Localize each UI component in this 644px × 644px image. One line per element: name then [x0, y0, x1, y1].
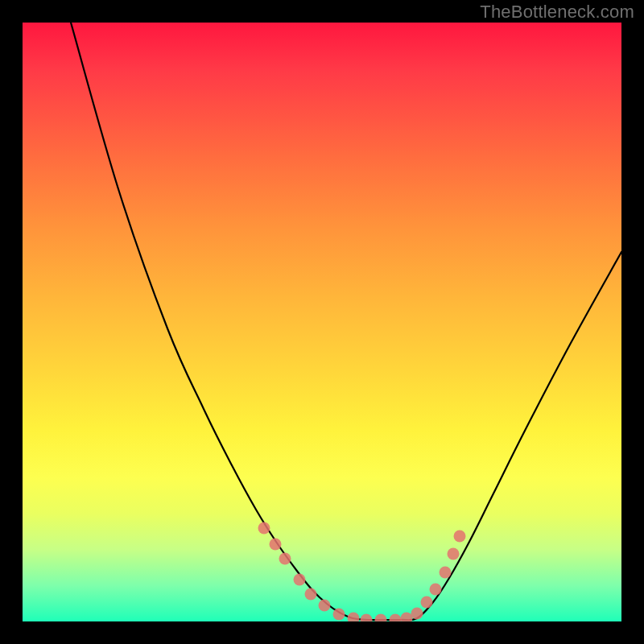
- chart-marker: [430, 584, 442, 596]
- chart-marker: [294, 574, 306, 586]
- chart-marker: [305, 588, 317, 601]
- chart-marker: [401, 613, 413, 622]
- chart-marker: [258, 522, 270, 535]
- chart-marker: [454, 530, 466, 543]
- chart-marker: [440, 567, 452, 579]
- chart-marker: [361, 614, 373, 622]
- chart-stage: TheBottleneck.com: [0, 0, 644, 644]
- chart-marker: [333, 609, 345, 621]
- chart-marker: [279, 553, 291, 565]
- chart-marker: [270, 539, 282, 551]
- chart-marker: [390, 614, 402, 622]
- chart-marker: [411, 608, 423, 620]
- watermark-text: TheBottleneck.com: [480, 2, 634, 23]
- chart-marker: [319, 600, 331, 612]
- chart-marker: [375, 614, 387, 622]
- chart-marker: [348, 613, 360, 622]
- chart-overlay-svg: [23, 23, 621, 621]
- chart-marker: [448, 548, 460, 560]
- bottleneck-curve: [71, 23, 621, 620]
- chart-marker: [421, 597, 433, 609]
- marker-group: [258, 522, 466, 622]
